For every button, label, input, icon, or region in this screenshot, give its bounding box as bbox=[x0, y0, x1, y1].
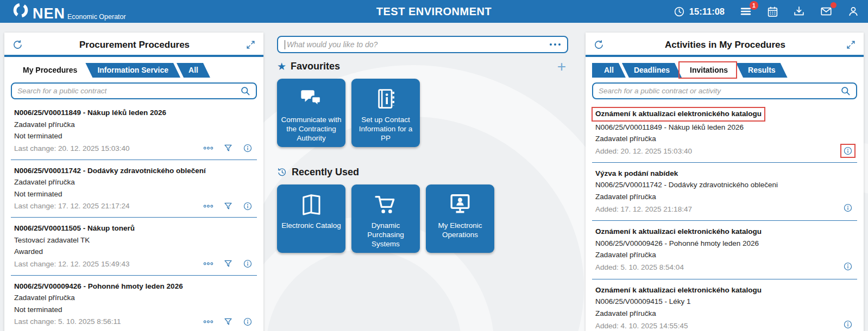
procedure-list-item[interactable]: N006/25/V00011742 - Dodávky zdravotnické… bbox=[11, 160, 257, 218]
activity-title[interactable]: Výzva k podání nabídek bbox=[595, 169, 678, 177]
shortcut-tile[interactable]: Communicate with the Contracting Authori… bbox=[277, 79, 345, 147]
procedure-status: Not terminated bbox=[14, 130, 256, 142]
procedures-list: N006/25/V00011849 - Nákup léků leden 202… bbox=[4, 102, 263, 331]
activity-list-item[interactable]: Oznámení k aktualizaci elektronického ka… bbox=[592, 102, 857, 163]
procedure-title[interactable]: N006/25/V00011849 - Nákup léků leden 202… bbox=[14, 107, 256, 119]
filter-button[interactable] bbox=[223, 259, 233, 269]
activity-list-item[interactable]: Oznámení k aktualizaci elektronického ka… bbox=[592, 221, 857, 279]
info-button[interactable] bbox=[243, 317, 253, 327]
brand-subtitle: Economic Operator bbox=[67, 13, 126, 21]
shortcut-tile[interactable]: Dynamic Purchasing Systems bbox=[351, 184, 420, 253]
activities-list: Oznámení k aktualizaci elektronického ka… bbox=[586, 102, 864, 331]
tab[interactable]: Invitations bbox=[678, 63, 740, 78]
refresh-icon bbox=[593, 39, 605, 50]
tab-label[interactable]: All bbox=[592, 63, 626, 78]
activity-authority: Zadavatel příručka bbox=[595, 308, 856, 320]
procedure-list-item[interactable]: N006/25/V00011505 - Nákup tonerů Testova… bbox=[11, 218, 257, 276]
app-logo[interactable]: NEN Economic Operator bbox=[12, 2, 126, 21]
catalog-icon bbox=[298, 188, 324, 221]
tab-label[interactable]: Information Service bbox=[85, 63, 180, 78]
procedure-list-item[interactable]: N006/25/V00009426 - Pohonné hmoty leden … bbox=[11, 276, 257, 331]
procedure-title[interactable]: N006/25/V00009426 - Pohonné hmoty leden … bbox=[14, 281, 256, 292]
tab-label[interactable]: Results bbox=[736, 63, 788, 78]
environment-title: TEST ENVIRONMENT bbox=[376, 5, 492, 18]
tab-label[interactable]: All bbox=[177, 63, 210, 78]
more-actions-button[interactable] bbox=[203, 261, 213, 266]
procedure-list-item[interactable]: N006/25/V00011849 - Nákup léků leden 202… bbox=[11, 102, 257, 160]
info-button[interactable] bbox=[843, 203, 853, 213]
history-icon bbox=[277, 167, 287, 177]
tile-label: Set up Contact Information for a PP bbox=[351, 116, 420, 143]
more-actions-button[interactable] bbox=[203, 145, 213, 151]
three-dots-icon bbox=[203, 319, 213, 324]
procedure-title[interactable]: N006/25/V00011505 - Nákup tonerů bbox=[14, 222, 256, 234]
info-icon bbox=[843, 262, 853, 271]
calendar-button[interactable] bbox=[767, 6, 778, 17]
menu-button[interactable]: 1 bbox=[739, 5, 752, 17]
tab[interactable]: Information Service bbox=[85, 63, 180, 78]
tab[interactable]: All bbox=[177, 63, 210, 78]
refresh-button[interactable] bbox=[12, 39, 23, 50]
tab-label[interactable]: Deadlines bbox=[622, 63, 682, 78]
add-favourite-button[interactable]: + bbox=[557, 61, 568, 72]
tile-label: Electronic Catalog bbox=[278, 221, 345, 231]
activity-list-item[interactable]: Výzva k podání nabídek N006/25/V00011742… bbox=[592, 163, 857, 221]
expand-button[interactable] bbox=[846, 40, 856, 50]
procedures-search bbox=[11, 82, 257, 99]
procedures-search-input[interactable] bbox=[17, 87, 240, 95]
activity-list-item[interactable]: Oznámení k aktualizaci elektronického ka… bbox=[592, 279, 857, 331]
tab[interactable]: All bbox=[592, 63, 626, 78]
info-button[interactable] bbox=[843, 262, 853, 271]
favourites-header: ★ Favourites + bbox=[277, 61, 568, 72]
activities-search-input[interactable] bbox=[599, 87, 840, 95]
messages-button[interactable] bbox=[820, 5, 833, 17]
shortcut-tile[interactable]: Set up Contact Information for a PP bbox=[351, 79, 420, 147]
activity-title[interactable]: Oznámení k aktualizaci elektronického ka… bbox=[592, 107, 765, 122]
info-button[interactable] bbox=[243, 259, 253, 269]
refresh-button[interactable] bbox=[593, 39, 605, 50]
user-icon bbox=[847, 5, 859, 17]
shortcut-tile[interactable]: Electronic Catalog bbox=[277, 184, 345, 253]
info-button[interactable] bbox=[243, 143, 253, 153]
info-button[interactable] bbox=[843, 320, 853, 329]
search-icon[interactable] bbox=[840, 86, 851, 96]
funnel-icon bbox=[223, 317, 233, 327]
user-button[interactable] bbox=[847, 5, 859, 17]
more-actions-button[interactable] bbox=[203, 319, 213, 324]
more-actions-button[interactable] bbox=[203, 203, 213, 209]
activity-title[interactable]: Oznámení k aktualizaci elektronického ka… bbox=[595, 227, 762, 235]
info-icon bbox=[843, 320, 853, 329]
shortcut-tile[interactable]: My Electronic Operations bbox=[426, 184, 494, 253]
download-button[interactable] bbox=[793, 5, 805, 17]
info-button[interactable] bbox=[843, 146, 853, 156]
search-icon[interactable] bbox=[240, 86, 250, 96]
expand-button[interactable] bbox=[246, 40, 256, 50]
tab-label[interactable]: Invitations bbox=[678, 63, 740, 78]
info-icon bbox=[843, 146, 853, 156]
filter-button[interactable] bbox=[223, 201, 233, 211]
info-button[interactable] bbox=[243, 201, 253, 211]
tab-label[interactable]: My Procedures bbox=[11, 63, 89, 78]
activity-title[interactable]: Oznámení k aktualizaci elektronického ka… bbox=[595, 286, 762, 294]
menu-notification-badge: 1 bbox=[750, 1, 758, 10]
more-options-icon[interactable] bbox=[545, 41, 561, 48]
tab[interactable]: Deadlines bbox=[622, 63, 682, 78]
procedure-authority: Zadavatel příručka bbox=[14, 292, 256, 304]
download-icon bbox=[793, 5, 805, 17]
recently-used-header: Recently Used bbox=[277, 167, 568, 178]
three-dots-icon bbox=[203, 203, 213, 209]
tab[interactable]: My Procedures bbox=[11, 63, 89, 78]
procedure-title[interactable]: N006/25/V00011742 - Dodávky zdravotnické… bbox=[14, 165, 256, 177]
tab[interactable]: Results bbox=[736, 63, 788, 78]
recently-used-tiles: Electronic Catalog Dynamic Purchasing Sy… bbox=[277, 184, 568, 253]
procedure-last-change: Last change: 12. 12. 2025 15:49:43 bbox=[14, 258, 203, 270]
procedure-authority: Testovací zadavatel TK bbox=[14, 234, 256, 246]
mail-notification-dot bbox=[831, 2, 836, 8]
filter-button[interactable] bbox=[223, 317, 233, 327]
procedure-authority: Zadavatel příručka bbox=[14, 176, 256, 188]
filter-button[interactable] bbox=[223, 143, 233, 153]
command-input[interactable] bbox=[287, 40, 545, 49]
panel-divider bbox=[4, 55, 263, 57]
procurement-procedures-panel: Procurement Procedures My Procedures Inf… bbox=[4, 33, 263, 331]
panel-title: Activities in My Procedures bbox=[605, 40, 846, 50]
